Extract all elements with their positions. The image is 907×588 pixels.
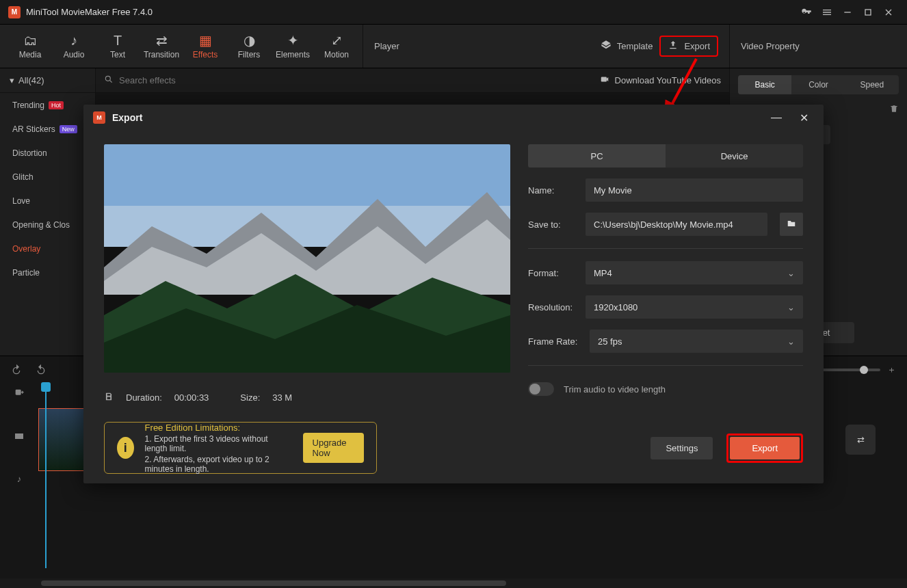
- limitations-header: Free Edition Limitations:: [145, 423, 292, 433]
- tab-basic[interactable]: Basic: [738, 75, 791, 94]
- sidebar-item-arstickers[interactable]: AR Stickers New: [0, 117, 95, 141]
- zoom-slider[interactable]: [819, 369, 880, 371]
- add-track-icon[interactable]: [14, 388, 25, 401]
- svg-rect-7: [22, 433, 23, 439]
- music-icon: ♪: [70, 34, 77, 47]
- duration-value: 00:00:33: [174, 392, 209, 403]
- format-label: Format:: [528, 268, 577, 278]
- limitations-banner: i Free Edition Limitations: 1. Export th…: [104, 422, 377, 474]
- chevron-down-icon: ▾: [10, 75, 14, 85]
- swap-tracks-button[interactable]: ⇄: [845, 425, 876, 455]
- framerate-value: 25 fps: [598, 336, 622, 347]
- export-toolbar-button[interactable]: Export: [659, 36, 718, 57]
- search-icon: [104, 75, 114, 86]
- svg-rect-6: [15, 433, 16, 439]
- duration-label: Duration:: [126, 392, 162, 403]
- format-value: MP4: [594, 268, 612, 278]
- text-label: Text: [110, 50, 125, 59]
- sidebar-item-overlay[interactable]: Overlay: [0, 237, 95, 260]
- upgrade-key-icon[interactable]: [796, 2, 817, 23]
- playhead[interactable]: [45, 384, 47, 568]
- sidebar-item-label: Distortion: [12, 148, 47, 158]
- video-property-label: Video Property: [741, 41, 800, 51]
- timeline-scrollbar[interactable]: [0, 578, 907, 588]
- chevron-down-icon: ⌄: [787, 336, 795, 347]
- export-toolbar-label: Export: [684, 41, 710, 51]
- media-button[interactable]: 🗂 Media: [8, 25, 52, 68]
- titlebar: M MiniTool MovieMaker Free 7.4.0: [0, 0, 907, 25]
- elements-icon: ✦: [287, 34, 299, 47]
- search-field[interactable]: [119, 73, 593, 88]
- limitations-line2: 2. Afterwards, export video up to 2 minu…: [145, 455, 292, 474]
- video-track-icon: [14, 431, 25, 444]
- resolution-select[interactable]: 1920x1080 ⌄: [586, 295, 803, 319]
- tab-device[interactable]: Device: [666, 144, 803, 168]
- browse-button[interactable]: [780, 213, 803, 236]
- dialog-logo-icon: M: [93, 111, 105, 124]
- tab-pc[interactable]: PC: [528, 144, 666, 168]
- dialog-close-icon[interactable]: ✕: [793, 107, 814, 128]
- sidebar-item-trending[interactable]: Trending Hot: [0, 93, 95, 117]
- elements-button[interactable]: ✦ Elements: [271, 25, 315, 68]
- undo-icon[interactable]: [11, 364, 22, 377]
- download-youtube-button[interactable]: Download YouTube Videos: [600, 75, 721, 86]
- export-preview: [104, 144, 510, 373]
- export-button[interactable]: Export: [730, 437, 800, 459]
- filters-button[interactable]: ◑ Filters: [227, 25, 271, 68]
- motion-label: Motion: [324, 50, 349, 59]
- filters-label: Filters: [238, 50, 261, 59]
- sidebar-item-particle[interactable]: Particle: [0, 260, 95, 284]
- motion-button[interactable]: ⤢ Motion: [315, 25, 358, 68]
- chevron-down-icon: ⌄: [787, 268, 795, 278]
- zoom-in-icon[interactable]: ＋: [887, 364, 896, 376]
- trash-icon[interactable]: [889, 104, 899, 116]
- effects-label: Effects: [193, 50, 218, 59]
- sidebar-item-opening[interactable]: Opening & Clos: [0, 213, 95, 237]
- tab-color[interactable]: Color: [791, 75, 845, 94]
- close-icon[interactable]: [878, 2, 899, 23]
- folder-icon: [787, 219, 796, 230]
- sidebar-all-label: All(42): [18, 75, 44, 85]
- audio-label: Audio: [64, 50, 85, 59]
- download-youtube-label: Download YouTube Videos: [615, 75, 721, 85]
- trim-audio-label: Trim audio to video length: [564, 384, 666, 395]
- effects-sidebar: ▾ All(42) Trending Hot AR Stickers New D…: [0, 68, 96, 356]
- template-button[interactable]: Template: [594, 36, 660, 57]
- dialog-minimize-icon[interactable]: —: [766, 107, 787, 128]
- sidebar-item-glitch[interactable]: Glitch: [0, 165, 95, 189]
- template-label: Template: [617, 41, 653, 51]
- effects-icon: ▦: [199, 34, 212, 47]
- name-input[interactable]: [586, 178, 803, 202]
- transition-button[interactable]: ⇄ Transition: [140, 25, 183, 68]
- tab-speed[interactable]: Speed: [845, 75, 899, 94]
- sidebar-item-label: Overlay: [12, 244, 40, 254]
- audio-button[interactable]: ♪ Audio: [52, 25, 96, 68]
- trim-audio-toggle[interactable]: [528, 382, 554, 396]
- sidebar-item-love[interactable]: Love: [0, 189, 95, 213]
- saveto-input[interactable]: [586, 213, 767, 236]
- minimize-icon[interactable]: [837, 2, 858, 23]
- upgrade-button[interactable]: Upgrade Now: [303, 433, 364, 463]
- audio-track-icon: ♪: [17, 474, 22, 484]
- sidebar-all[interactable]: ▾ All(42): [0, 68, 95, 93]
- framerate-select[interactable]: 25 fps ⌄: [590, 330, 803, 353]
- sidebar-item-distortion[interactable]: Distortion: [0, 141, 95, 165]
- redo-icon[interactable]: [36, 364, 47, 377]
- media-label: Media: [19, 50, 42, 59]
- maximize-icon[interactable]: [858, 2, 878, 23]
- vp-tabs: Basic Color Speed: [738, 75, 899, 94]
- app-logo-icon: M: [8, 6, 21, 18]
- text-button[interactable]: T Text: [96, 25, 140, 68]
- format-select[interactable]: MP4 ⌄: [586, 261, 803, 284]
- settings-button[interactable]: Settings: [650, 437, 713, 459]
- menu-icon[interactable]: [817, 2, 837, 23]
- framerate-label: Frame Rate:: [528, 336, 581, 347]
- size-label: Size:: [240, 392, 260, 403]
- save-icon: [104, 392, 114, 403]
- folder-icon: 🗂: [23, 34, 37, 47]
- name-label: Name:: [528, 185, 577, 196]
- transition-label: Transition: [144, 50, 179, 59]
- search-input[interactable]: [104, 73, 593, 88]
- export-dialog: M Export — ✕ Duration: 00:00:33: [83, 105, 824, 483]
- effects-button[interactable]: ▦ Effects: [183, 25, 227, 68]
